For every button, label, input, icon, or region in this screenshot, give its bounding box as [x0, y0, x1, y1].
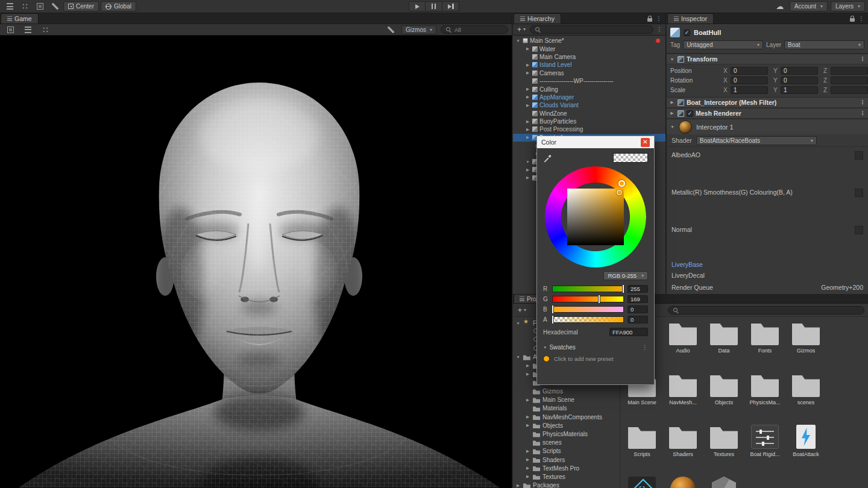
space-toggle-button[interactable]: Global: [101, 1, 136, 11]
hierarchy-item[interactable]: WindZone: [513, 110, 665, 117]
add-preset-row[interactable]: Click to add new preset: [543, 355, 648, 362]
project-tree-item[interactable]: scenes: [513, 439, 620, 447]
hierarchy-item[interactable]: BuoyParticles: [513, 117, 665, 125]
hierarchy-item[interactable]: -----------------WP---------------: [513, 77, 665, 85]
hierarchy-search-input[interactable]: [530, 25, 653, 34]
project-asset[interactable]: Fonts: [745, 321, 785, 368]
play-button[interactable]: [409, 1, 426, 11]
slider-handle[interactable]: [552, 315, 554, 324]
foldout-arrow-icon[interactable]: [525, 87, 530, 92]
pause-button[interactable]: [426, 1, 442, 11]
create-object-button[interactable]: +▾: [516, 26, 527, 33]
tab-game[interactable]: Game: [1, 13, 39, 23]
move-tool-button[interactable]: [18, 1, 31, 12]
slider-handle[interactable]: [552, 305, 554, 314]
foldout-arrow-icon[interactable]: [525, 398, 530, 402]
gizmos-search-input[interactable]: All: [441, 25, 508, 34]
project-tree-item[interactable]: Packages: [513, 481, 620, 488]
project-asset[interactable]: Main Scene: [704, 477, 744, 488]
hierarchy-item[interactable]: Main Scene*: [513, 37, 665, 45]
project-asset[interactable]: InputSyst...: [622, 477, 662, 488]
channel-slider[interactable]: [552, 286, 624, 292]
channel-slider[interactable]: [552, 306, 624, 313]
project-asset[interactable]: Shaders: [663, 425, 703, 471]
create-asset-button[interactable]: +▾: [517, 307, 527, 314]
render-queue-value[interactable]: Geometry+200: [821, 284, 863, 291]
project-tree-item[interactable]: PhysicsMaterials: [513, 430, 620, 438]
pivot-toggle-button[interactable]: Center: [63, 1, 99, 11]
project-asset[interactable]: PhysicsMa...: [745, 373, 785, 419]
hierarchy-item[interactable]: Post Processing: [513, 125, 665, 133]
project-tree-item[interactable]: Shaders: [513, 455, 620, 464]
collab-cloud-button[interactable]: ☁: [773, 1, 787, 12]
foldout-arrow-icon[interactable]: [525, 95, 530, 99]
hand-tool-button[interactable]: [3, 1, 16, 12]
tab-inspector[interactable]: Inspector: [667, 13, 714, 23]
y-value-field[interactable]: 1: [781, 86, 818, 94]
foldout-arrow-icon[interactable]: [525, 167, 530, 172]
texture-slot[interactable]: [855, 226, 863, 234]
foldout-arrow-icon[interactable]: [525, 457, 530, 462]
hex-value-field[interactable]: FFA900: [609, 328, 648, 336]
shader-dropdown[interactable]: BoatAttack/RaceBoats ▾: [696, 136, 817, 145]
channel-value-field[interactable]: 0: [627, 305, 648, 313]
channel-value-field[interactable]: 169: [627, 295, 648, 303]
tag-dropdown[interactable]: Untagged ▾: [683, 40, 763, 49]
color-wheel[interactable]: [545, 166, 646, 267]
foldout-arrow-icon[interactable]: [525, 466, 530, 471]
hierarchy-item[interactable]: Main Camera: [513, 53, 665, 61]
foldout-arrow-icon[interactable]: [525, 127, 530, 132]
hierarchy-item[interactable]: Water: [513, 45, 665, 52]
project-tree-item[interactable]: Main Scene: [513, 396, 620, 404]
foldout-arrow-icon[interactable]: [525, 70, 530, 75]
hierarchy-item[interactable]: AppManager: [513, 93, 665, 101]
project-tree-item[interactable]: Textures: [513, 472, 620, 481]
foldout-arrow-icon[interactable]: [515, 39, 521, 43]
livery-decal-property[interactable]: LiveryDecal: [667, 270, 868, 281]
foldout-arrow-icon[interactable]: [525, 135, 530, 140]
hierarchy-item[interactable]: Cameras: [513, 69, 665, 77]
z-value-field[interactable]: [831, 67, 868, 75]
material-header[interactable]: ▼ Interceptor 1: [667, 119, 868, 134]
project-tree-item[interactable]: NavMeshComponents: [513, 413, 620, 421]
foldout-arrow-icon[interactable]: [515, 355, 521, 359]
display-dropdown-button[interactable]: [4, 24, 17, 35]
project-asset[interactable]: Data: [704, 321, 744, 368]
project-asset[interactable]: Boat Rigid...: [745, 425, 785, 471]
project-asset[interactable]: Audio: [663, 321, 703, 368]
x-value-field[interactable]: 0: [731, 67, 768, 75]
transform-component-header[interactable]: ▼ Transform ⋮: [667, 54, 868, 64]
livery-base-property[interactable]: LiveryBase: [667, 259, 868, 270]
x-value-field[interactable]: 1: [731, 86, 768, 94]
eyedropper-icon[interactable]: [543, 153, 553, 163]
y-value-field[interactable]: 0: [781, 67, 818, 75]
aspect-dropdown-button[interactable]: [21, 24, 34, 35]
gizmos-dropdown[interactable]: Gizmos ▾: [401, 25, 436, 34]
slider-handle[interactable]: [622, 284, 624, 293]
renderer-enabled-checkbox[interactable]: ✓: [687, 110, 693, 117]
project-tree-item[interactable]: Materials: [513, 404, 620, 413]
foldout-arrow-icon[interactable]: ▼: [669, 57, 675, 61]
y-value-field[interactable]: 0: [781, 77, 818, 84]
hierarchy-item[interactable]: Island Level: [513, 61, 665, 69]
component-menu-icon[interactable]: ⋮: [860, 99, 866, 105]
project-tree-item[interactable]: TextMesh Pro: [513, 464, 620, 472]
foldout-arrow-icon[interactable]: [525, 449, 530, 454]
foldout-arrow-icon[interactable]: [525, 423, 530, 428]
lock-icon[interactable]: [850, 18, 855, 22]
mesh-filter-component-header[interactable]: ▶ Boat_Interceptor (Mesh Filter) ⋮: [667, 97, 868, 108]
foldout-arrow-icon[interactable]: ▼: [543, 345, 547, 349]
stats-toggle-button[interactable]: [39, 24, 52, 35]
channel-value-field[interactable]: 255: [627, 285, 648, 293]
foldout-arrow-icon[interactable]: [525, 372, 530, 377]
effects-toggle-button[interactable]: [384, 24, 397, 35]
hierarchy-item[interactable]: Clouds Variant: [513, 101, 665, 109]
project-tree-item[interactable]: Scripts: [513, 447, 620, 455]
project-asset[interactable]: Textures: [704, 425, 744, 471]
saturation-value-indicator[interactable]: [617, 190, 622, 195]
channel-value-field[interactable]: 0: [627, 316, 648, 324]
component-menu-icon[interactable]: ⋮: [860, 110, 866, 116]
project-search-input[interactable]: [668, 306, 864, 314]
channel-slider[interactable]: [552, 316, 624, 323]
tab-hierarchy[interactable]: Hierarchy: [514, 13, 561, 23]
